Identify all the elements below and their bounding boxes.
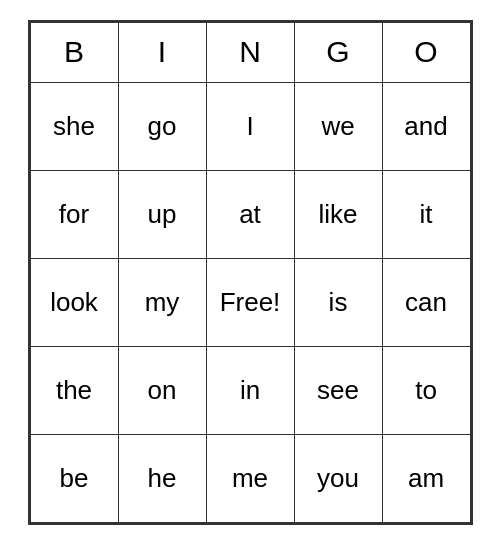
bingo-cell-r0-c3: we — [294, 82, 382, 170]
bingo-header-o: O — [382, 22, 470, 82]
bingo-row-1: forupatlikeit — [30, 170, 470, 258]
bingo-cell-r2-c3: is — [294, 258, 382, 346]
bingo-cell-r2-c0: look — [30, 258, 118, 346]
bingo-cell-r3-c1: on — [118, 346, 206, 434]
bingo-row-0: shegoIweand — [30, 82, 470, 170]
bingo-cell-r4-c1: he — [118, 434, 206, 522]
bingo-cell-r4-c2: me — [206, 434, 294, 522]
bingo-header-n: N — [206, 22, 294, 82]
bingo-cell-r2-c4: can — [382, 258, 470, 346]
bingo-cell-r2-c2: Free! — [206, 258, 294, 346]
bingo-cell-r2-c1: my — [118, 258, 206, 346]
bingo-cell-r3-c3: see — [294, 346, 382, 434]
bingo-row-3: theoninseeto — [30, 346, 470, 434]
bingo-cell-r3-c2: in — [206, 346, 294, 434]
bingo-cell-r0-c4: and — [382, 82, 470, 170]
bingo-cell-r1-c0: for — [30, 170, 118, 258]
bingo-row-4: behemeyouam — [30, 434, 470, 522]
bingo-cell-r0-c1: go — [118, 82, 206, 170]
bingo-header-b: B — [30, 22, 118, 82]
bingo-cell-r1-c4: it — [382, 170, 470, 258]
bingo-card: BINGO shegoIweandforupatlikeitlookmyFree… — [28, 20, 473, 525]
bingo-cell-r1-c2: at — [206, 170, 294, 258]
bingo-header-g: G — [294, 22, 382, 82]
bingo-cell-r0-c0: she — [30, 82, 118, 170]
bingo-header-i: I — [118, 22, 206, 82]
bingo-cell-r4-c0: be — [30, 434, 118, 522]
bingo-cell-r0-c2: I — [206, 82, 294, 170]
bingo-cell-r1-c3: like — [294, 170, 382, 258]
bingo-cell-r4-c4: am — [382, 434, 470, 522]
bingo-cell-r3-c4: to — [382, 346, 470, 434]
bingo-cell-r4-c3: you — [294, 434, 382, 522]
bingo-cell-r1-c1: up — [118, 170, 206, 258]
bingo-row-2: lookmyFree!iscan — [30, 258, 470, 346]
bingo-cell-r3-c0: the — [30, 346, 118, 434]
